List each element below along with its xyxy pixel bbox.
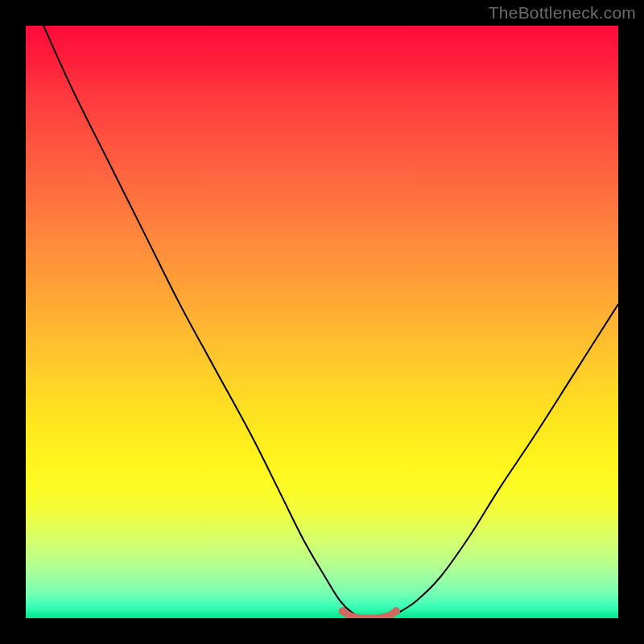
bottom-marker-path bbox=[343, 611, 396, 618]
plot-area bbox=[26, 26, 618, 618]
bottom-marker-start-dot bbox=[339, 607, 347, 615]
chart-svg bbox=[26, 26, 618, 618]
bottom-marker-end-dot bbox=[392, 607, 400, 615]
chart-frame: TheBottleneck.com bbox=[0, 0, 644, 644]
curve-path bbox=[43, 26, 618, 618]
watermark-text: TheBottleneck.com bbox=[489, 3, 636, 23]
